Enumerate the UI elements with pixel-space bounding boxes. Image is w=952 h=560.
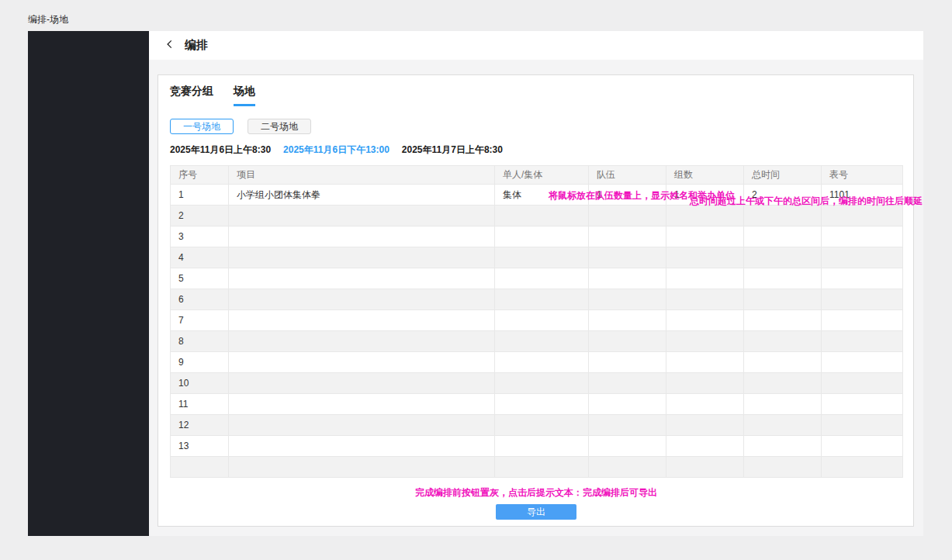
table-cell: [589, 247, 666, 268]
table-cell: [666, 394, 744, 415]
table-row: 6: [171, 289, 903, 310]
table-cell: [822, 206, 903, 226]
table-cell: 11: [171, 394, 229, 415]
table-row: 9: [171, 352, 903, 373]
table-cell: 6: [171, 289, 229, 310]
table-cell: [822, 415, 903, 436]
session-tab-1[interactable]: 2025年11月6日上午8:30: [170, 144, 271, 155]
table-cell: [589, 206, 666, 226]
table-cell: [495, 268, 589, 289]
table-cell: [666, 436, 744, 457]
table-cell: [744, 415, 822, 436]
table-cell: [229, 206, 495, 226]
table-cell: [822, 352, 903, 373]
table-cell: [229, 457, 495, 478]
back-button[interactable]: [163, 39, 177, 53]
table-cell: [666, 373, 744, 394]
session-tab-3[interactable]: 2025年11月7日上午8:30: [402, 144, 503, 155]
table-row: 10: [171, 373, 903, 394]
col-header-event: 项目: [229, 166, 495, 185]
table-cell: [589, 394, 666, 415]
table-row: 13: [171, 436, 903, 457]
table-cell: [589, 415, 666, 436]
table-cell: [666, 206, 744, 226]
table-cell: 3: [171, 226, 229, 247]
table-cell: [744, 206, 822, 226]
table-cell: 10: [171, 373, 229, 394]
table-row: 12: [171, 415, 903, 436]
venue-2-button[interactable]: 二号场地: [248, 119, 311, 134]
table-cell: [229, 247, 495, 268]
col-header-groups: 组数: [666, 166, 744, 185]
table-cell: 5: [171, 268, 229, 289]
table-cell: [666, 331, 744, 352]
table-row: 4: [171, 247, 903, 268]
table-cell: [744, 373, 822, 394]
col-header-table-no: 表号: [822, 166, 903, 185]
table-cell: [822, 268, 903, 289]
col-header-teams: 队伍: [589, 166, 666, 185]
table-cell: [744, 457, 822, 478]
table-cell: [666, 268, 744, 289]
table-cell: [495, 394, 589, 415]
table-cell: [744, 247, 822, 268]
table-cell: [589, 226, 666, 247]
table-cell: [822, 394, 903, 415]
table-cell: [589, 331, 666, 352]
table-cell: 小学组小团体集体拳: [229, 185, 495, 206]
tab-venue[interactable]: 场地: [234, 85, 255, 106]
table-cell: [822, 289, 903, 310]
table-cell: [744, 436, 822, 457]
table-row: 3: [171, 226, 903, 247]
table-cell: [822, 373, 903, 394]
schedule-table: 序号 项目 单人/集体 队伍 组数 总时间 表号 1小学组小团体集体拳集体112…: [170, 165, 903, 478]
table-cell: [666, 415, 744, 436]
session-tab-2[interactable]: 2025年11月6日下午13:00: [283, 144, 389, 155]
table-row: [171, 457, 903, 478]
table-row: 8: [171, 331, 903, 352]
table-cell: [229, 226, 495, 247]
table-cell: [229, 352, 495, 373]
table-row: 2: [171, 206, 903, 226]
table-cell: [229, 394, 495, 415]
table-cell: 4: [171, 247, 229, 268]
table-cell: [589, 436, 666, 457]
table-cell: [495, 457, 589, 478]
table-cell: [589, 310, 666, 331]
export-button-row: 导出: [170, 504, 902, 520]
table-cell: [744, 268, 822, 289]
col-header-solo-group: 单人/集体: [495, 166, 589, 185]
table-cell: [589, 457, 666, 478]
table-cell: [495, 415, 589, 436]
col-header-total-time: 总时间: [744, 166, 822, 185]
table-cell: [666, 457, 744, 478]
export-button[interactable]: 导出: [496, 504, 576, 520]
table-cell: [495, 352, 589, 373]
venue-button-group: 一号场地 二号场地: [170, 119, 902, 134]
table-cell: [495, 289, 589, 310]
table-cell: [589, 373, 666, 394]
table-cell: [822, 331, 903, 352]
table-cell: 9: [171, 352, 229, 373]
table-cell: [666, 247, 744, 268]
table-cell: 8: [171, 331, 229, 352]
table-cell: [229, 289, 495, 310]
tab-competition-grouping[interactable]: 竞赛分组: [170, 85, 213, 106]
table-cell: [744, 226, 822, 247]
session-tabs: 2025年11月6日上午8:30 2025年11月6日下午13:00 2025年…: [170, 144, 902, 155]
table-header: 序号 项目 单人/集体 队伍 组数 总时间 表号: [171, 166, 903, 185]
table-cell: 7: [171, 310, 229, 331]
table-cell: [495, 310, 589, 331]
table-cell: [666, 226, 744, 247]
annotation-export-tip: 完成编排前按钮置灰，点击后提示文本：完成编排后可导出: [170, 487, 902, 498]
table-cell: [744, 394, 822, 415]
table-row: 5: [171, 268, 903, 289]
table-cell: 12: [171, 415, 229, 436]
tab-bar: 竞赛分组 场地: [170, 85, 902, 106]
main-panel: 编排 竞赛分组 场地 一号场地 二号场地 2025年11月6日上午8:30 20…: [149, 31, 923, 536]
table-row: 7: [171, 310, 903, 331]
content-card: 竞赛分组 场地 一号场地 二号场地 2025年11月6日上午8:30 2025年…: [158, 74, 914, 527]
table-cell: [495, 226, 589, 247]
venue-1-button[interactable]: 一号场地: [170, 119, 234, 134]
table-cell: [744, 331, 822, 352]
